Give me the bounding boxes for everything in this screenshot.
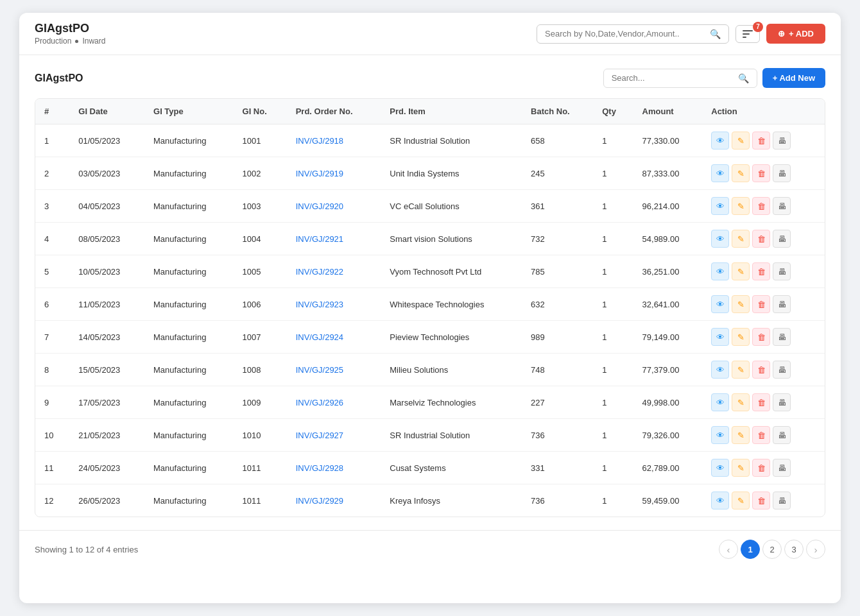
view-button[interactable]: 👁 [711, 361, 729, 379]
cell-gi-date: 11/05/2023 [69, 288, 144, 321]
print-button[interactable]: 🖶 [773, 295, 791, 313]
edit-button[interactable]: ✎ [732, 328, 750, 346]
cell-prd-order-no[interactable]: INV/GJ/2919 [287, 157, 381, 190]
cell-gi-date: 15/05/2023 [69, 354, 144, 386]
print-button[interactable]: 🖶 [773, 164, 791, 182]
cell-num: 9 [35, 386, 69, 419]
cell-prd-order-no[interactable]: INV/GJ/2920 [287, 190, 381, 223]
delete-button[interactable]: 🗑 [752, 426, 770, 444]
cell-prd-order-no[interactable]: INV/GJ/2927 [287, 419, 381, 452]
print-button[interactable]: 🖶 [773, 132, 791, 150]
view-button[interactable]: 👁 [711, 230, 729, 248]
print-button[interactable]: 🖶 [773, 361, 791, 379]
cell-prd-item: Vyom Technosoft Pvt Ltd [381, 255, 522, 288]
view-button[interactable]: 👁 [711, 164, 729, 182]
table-row: 7 14/05/2023 Manufacturing 1007 INV/GJ/2… [35, 321, 825, 354]
top-search-bar[interactable]: 🔍 [537, 24, 729, 44]
cell-prd-order-no[interactable]: INV/GJ/2928 [287, 452, 381, 484]
page-button-1[interactable]: 1 [741, 540, 760, 559]
view-button[interactable]: 👁 [711, 197, 729, 215]
view-button[interactable]: 👁 [711, 426, 729, 444]
delete-button[interactable]: 🗑 [752, 492, 770, 509]
delete-button[interactable]: 🗑 [752, 459, 770, 477]
cell-gi-type: Manufacturing [144, 157, 233, 190]
delete-button[interactable]: 🗑 [752, 361, 770, 379]
col-qty: Qty [593, 99, 633, 124]
cell-action: 👁 ✎ 🗑 🖶 [702, 157, 825, 190]
edit-button[interactable]: ✎ [732, 262, 750, 280]
cell-prd-order-no[interactable]: INV/GJ/2921 [287, 223, 381, 255]
cell-prd-order-no[interactable]: INV/GJ/2922 [287, 255, 381, 288]
view-button[interactable]: 👁 [711, 459, 729, 477]
cell-prd-order-no[interactable]: INV/GJ/2918 [287, 124, 381, 157]
view-button[interactable]: 👁 [711, 328, 729, 346]
delete-button[interactable]: 🗑 [752, 230, 770, 248]
print-button[interactable]: 🖶 [773, 426, 791, 444]
delete-button[interactable]: 🗑 [752, 295, 770, 313]
breadcrumb-production: Production [35, 37, 71, 46]
table-header-row: # GI Date GI Type GI No. Prd. Order No. … [35, 99, 825, 124]
delete-button[interactable]: 🗑 [752, 262, 770, 280]
col-prd-order-no: Prd. Order No. [287, 99, 381, 124]
add-new-button[interactable]: + Add New [762, 68, 825, 88]
edit-button[interactable]: ✎ [732, 132, 750, 150]
edit-button[interactable]: ✎ [732, 492, 750, 509]
cell-batch-no: 736 [522, 419, 593, 452]
view-button[interactable]: 👁 [711, 295, 729, 313]
cell-prd-item: Marselviz Technologies [381, 386, 522, 419]
cell-num: 5 [35, 255, 69, 288]
top-search-input[interactable] [545, 29, 710, 38]
cell-prd-order-no[interactable]: INV/GJ/2926 [287, 386, 381, 419]
cell-qty: 1 [593, 190, 633, 223]
add-button[interactable]: ⊕ + ADD [766, 24, 825, 44]
cell-amount: 49,998.00 [633, 386, 703, 419]
edit-button[interactable]: ✎ [732, 426, 750, 444]
view-button[interactable]: 👁 [711, 132, 729, 150]
print-button[interactable]: 🖶 [773, 459, 791, 477]
cell-prd-order-no[interactable]: INV/GJ/2923 [287, 288, 381, 321]
delete-button[interactable]: 🗑 [752, 393, 770, 411]
cell-batch-no: 785 [522, 255, 593, 288]
delete-button[interactable]: 🗑 [752, 328, 770, 346]
inner-search-input[interactable] [612, 73, 738, 83]
delete-button[interactable]: 🗑 [752, 164, 770, 182]
page-button-3[interactable]: 3 [784, 540, 804, 559]
filter-button[interactable]: 7 [735, 25, 760, 43]
print-button[interactable]: 🖶 [773, 262, 791, 280]
cell-gi-date: 08/05/2023 [69, 223, 144, 255]
cell-action: 👁 ✎ 🗑 🖶 [702, 124, 825, 157]
view-button[interactable]: 👁 [711, 262, 729, 280]
page-button-2[interactable]: 2 [762, 540, 782, 559]
inner-section: GIAgstPO 🔍 + Add New # GI Date GI Type [19, 55, 841, 530]
edit-button[interactable]: ✎ [732, 361, 750, 379]
edit-button[interactable]: ✎ [732, 295, 750, 313]
cell-qty: 1 [593, 452, 633, 484]
cell-qty: 1 [593, 157, 633, 190]
edit-button[interactable]: ✎ [732, 459, 750, 477]
print-button[interactable]: 🖶 [773, 492, 791, 509]
edit-button[interactable]: ✎ [732, 393, 750, 411]
cell-prd-order-no[interactable]: INV/GJ/2925 [287, 354, 381, 386]
prev-page-button[interactable]: ‹ [719, 540, 738, 559]
edit-button[interactable]: ✎ [732, 197, 750, 215]
print-button[interactable]: 🖶 [773, 230, 791, 248]
cell-batch-no: 227 [522, 386, 593, 419]
edit-button[interactable]: ✎ [732, 164, 750, 182]
cell-gi-date: 21/05/2023 [69, 419, 144, 452]
table-row: 4 08/05/2023 Manufacturing 1004 INV/GJ/2… [35, 223, 825, 255]
breadcrumb-dot [75, 40, 78, 43]
inner-search-bar[interactable]: 🔍 [603, 69, 757, 88]
view-button[interactable]: 👁 [711, 393, 729, 411]
cell-gi-no: 1008 [234, 354, 287, 386]
delete-button[interactable]: 🗑 [752, 132, 770, 150]
next-page-button[interactable]: › [806, 540, 825, 559]
cell-prd-order-no[interactable]: INV/GJ/2929 [287, 484, 381, 517]
view-button[interactable]: 👁 [711, 492, 729, 509]
edit-button[interactable]: ✎ [732, 230, 750, 248]
cell-prd-order-no[interactable]: INV/GJ/2924 [287, 321, 381, 354]
inner-title: GIAgstPO [35, 73, 83, 84]
print-button[interactable]: 🖶 [773, 393, 791, 411]
print-button[interactable]: 🖶 [773, 197, 791, 215]
print-button[interactable]: 🖶 [773, 328, 791, 346]
delete-button[interactable]: 🗑 [752, 197, 770, 215]
